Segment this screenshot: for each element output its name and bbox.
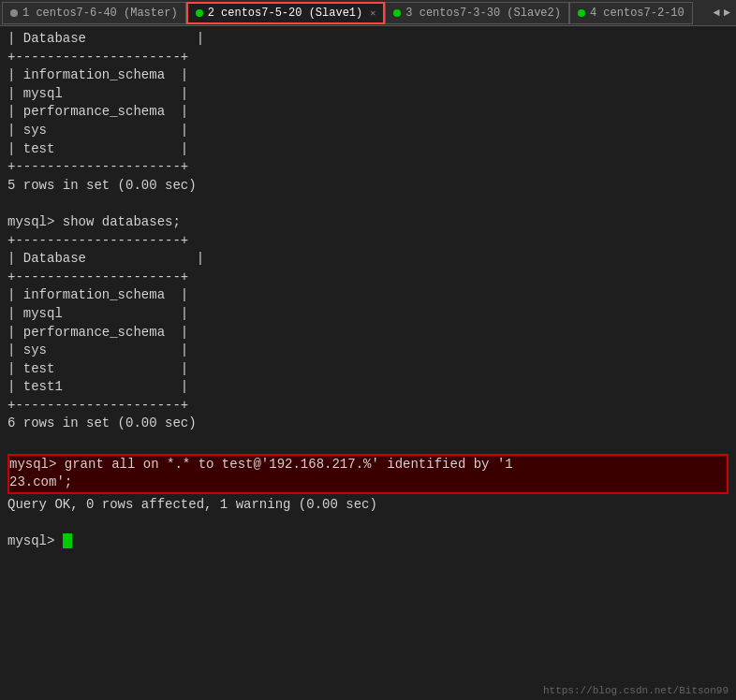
terminal-line: | mysql | (7, 85, 729, 104)
terminal-line: | Database | (7, 30, 729, 49)
terminal-line: | performance_schema | (7, 103, 729, 122)
tab-2-label: 2 centos7-5-20 (Slave1) (208, 7, 363, 20)
terminal-line: | Database | (7, 250, 729, 269)
terminal-line: | test1 | (7, 378, 729, 397)
terminal-line: | information_schema | (7, 66, 729, 85)
tab-1[interactable]: 1 centos7-6-40 (Master) (2, 2, 186, 24)
terminal: | Database |+---------------------+| inf… (0, 26, 736, 700)
terminal-line: +---------------------+ (7, 232, 729, 251)
terminal-output: | Database |+---------------------+| inf… (7, 30, 729, 452)
terminal-line: | mysql | (7, 305, 729, 324)
terminal-line (7, 195, 729, 213)
blank-line (7, 514, 729, 532)
tab-2-close-icon[interactable]: ✕ (370, 7, 375, 19)
terminal-line: | performance_schema | (7, 324, 729, 343)
terminal-line: 6 rows in set (0.00 sec) (7, 415, 729, 433)
terminal-line: | sys | (7, 122, 729, 140)
prompt-line: mysql> (7, 532, 729, 551)
tab-4-dot (578, 9, 585, 17)
command-line-1: mysql> grant all on *.* to test@'192.168… (9, 456, 727, 474)
terminal-line: | sys | (7, 342, 729, 360)
tab-4-label: 4 centos7-2-10 (590, 7, 684, 20)
tab-bar: 1 centos7-6-40 (Master) 2 centos7-5-20 (… (0, 0, 736, 26)
tab-3-label: 3 centos7-3-30 (Slave2) (405, 7, 561, 20)
terminal-line: mysql> show databases; (7, 213, 729, 232)
terminal-line: +---------------------+ (7, 49, 729, 67)
terminal-line: 5 rows in set (0.00 sec) (7, 177, 729, 196)
terminal-line: | test | (7, 360, 729, 379)
tab-prev-icon[interactable]: ◄ (714, 7, 720, 20)
terminal-line: +---------------------+ (7, 269, 729, 287)
tab-next-icon[interactable]: ► (724, 7, 730, 20)
terminal-line (7, 433, 729, 452)
tab-3[interactable]: 3 centos7-3-30 (Slave2) (385, 2, 569, 24)
tab-1-dot (10, 9, 18, 17)
tab-2[interactable]: 2 centos7-5-20 (Slave1) ✕ (186, 2, 386, 24)
terminal-line: +---------------------+ (7, 158, 729, 177)
terminal-line: +---------------------+ (7, 397, 729, 416)
tab-4[interactable]: 4 centos7-2-10 (569, 2, 693, 24)
tab-3-dot (393, 9, 401, 17)
terminal-line: | test | (7, 140, 729, 159)
tab-nav-arrows: ◄ ► (710, 7, 734, 20)
command-line-2: 23.com'; (9, 474, 727, 492)
result-line: Query OK, 0 rows affected, 1 warning (0.… (7, 496, 729, 515)
tab-1-label: 1 centos7-6-40 (Master) (22, 7, 178, 20)
terminal-line: | information_schema | (7, 286, 729, 305)
highlighted-command-block: mysql> grant all on *.* to test@'192.168… (7, 454, 729, 494)
watermark: https://blog.csdn.net/Bitson99 (543, 685, 729, 696)
tab-2-dot (196, 9, 203, 17)
cursor-block (63, 533, 72, 548)
